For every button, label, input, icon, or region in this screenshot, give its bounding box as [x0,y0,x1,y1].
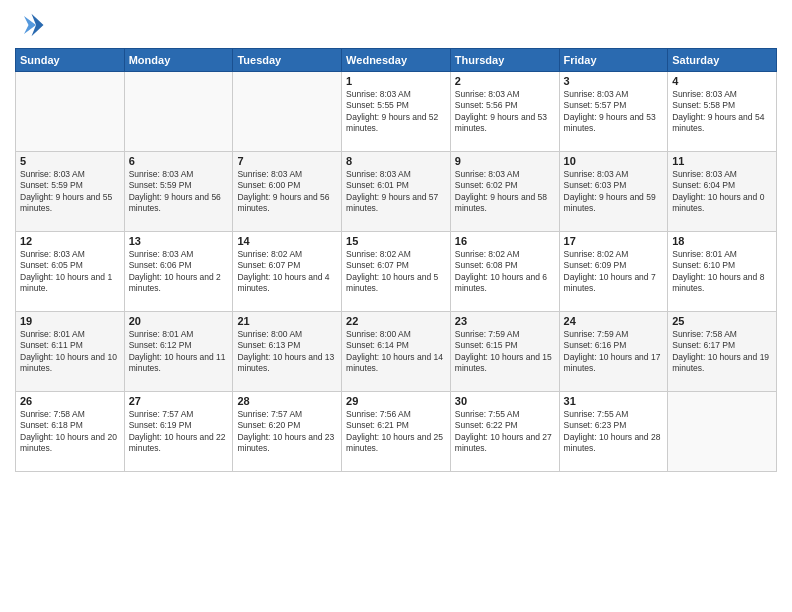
cell-info: Sunrise: 8:00 AM Sunset: 6:13 PM Dayligh… [237,329,337,375]
header [15,10,777,40]
day-number: 10 [564,155,664,167]
calendar-cell [233,72,342,152]
day-number: 12 [20,235,120,247]
cell-info: Sunrise: 8:03 AM Sunset: 6:00 PM Dayligh… [237,169,337,215]
cell-info: Sunrise: 8:03 AM Sunset: 5:56 PM Dayligh… [455,89,555,135]
calendar-cell: 24Sunrise: 7:59 AM Sunset: 6:16 PM Dayli… [559,312,668,392]
day-number: 21 [237,315,337,327]
day-number: 5 [20,155,120,167]
cell-info: Sunrise: 7:58 AM Sunset: 6:18 PM Dayligh… [20,409,120,455]
day-number: 17 [564,235,664,247]
cell-info: Sunrise: 8:03 AM Sunset: 5:59 PM Dayligh… [20,169,120,215]
day-number: 16 [455,235,555,247]
day-number: 29 [346,395,446,407]
day-number: 20 [129,315,229,327]
calendar-cell [16,72,125,152]
cell-info: Sunrise: 7:57 AM Sunset: 6:19 PM Dayligh… [129,409,229,455]
cell-info: Sunrise: 8:03 AM Sunset: 5:57 PM Dayligh… [564,89,664,135]
column-header-monday: Monday [124,49,233,72]
calendar-cell: 5Sunrise: 8:03 AM Sunset: 5:59 PM Daylig… [16,152,125,232]
week-row-2: 5Sunrise: 8:03 AM Sunset: 5:59 PM Daylig… [16,152,777,232]
calendar-table: SundayMondayTuesdayWednesdayThursdayFrid… [15,48,777,472]
day-number: 25 [672,315,772,327]
calendar-cell: 11Sunrise: 8:03 AM Sunset: 6:04 PM Dayli… [668,152,777,232]
logo [15,10,47,40]
calendar-cell: 13Sunrise: 8:03 AM Sunset: 6:06 PM Dayli… [124,232,233,312]
cell-info: Sunrise: 8:02 AM Sunset: 6:07 PM Dayligh… [346,249,446,295]
header-row: SundayMondayTuesdayWednesdayThursdayFrid… [16,49,777,72]
day-number: 19 [20,315,120,327]
calendar-cell: 26Sunrise: 7:58 AM Sunset: 6:18 PM Dayli… [16,392,125,472]
cell-info: Sunrise: 8:01 AM Sunset: 6:10 PM Dayligh… [672,249,772,295]
cell-info: Sunrise: 8:02 AM Sunset: 6:09 PM Dayligh… [564,249,664,295]
calendar-cell: 27Sunrise: 7:57 AM Sunset: 6:19 PM Dayli… [124,392,233,472]
calendar-cell: 25Sunrise: 7:58 AM Sunset: 6:17 PM Dayli… [668,312,777,392]
calendar-cell: 14Sunrise: 8:02 AM Sunset: 6:07 PM Dayli… [233,232,342,312]
cell-info: Sunrise: 8:03 AM Sunset: 5:59 PM Dayligh… [129,169,229,215]
cell-info: Sunrise: 8:03 AM Sunset: 6:02 PM Dayligh… [455,169,555,215]
column-header-wednesday: Wednesday [342,49,451,72]
calendar-cell: 3Sunrise: 8:03 AM Sunset: 5:57 PM Daylig… [559,72,668,152]
calendar-cell: 19Sunrise: 8:01 AM Sunset: 6:11 PM Dayli… [16,312,125,392]
day-number: 30 [455,395,555,407]
cell-info: Sunrise: 8:03 AM Sunset: 5:55 PM Dayligh… [346,89,446,135]
cell-info: Sunrise: 8:03 AM Sunset: 6:06 PM Dayligh… [129,249,229,295]
day-number: 9 [455,155,555,167]
page: SundayMondayTuesdayWednesdayThursdayFrid… [0,0,792,612]
cell-info: Sunrise: 8:00 AM Sunset: 6:14 PM Dayligh… [346,329,446,375]
calendar-cell: 28Sunrise: 7:57 AM Sunset: 6:20 PM Dayli… [233,392,342,472]
day-number: 18 [672,235,772,247]
column-header-friday: Friday [559,49,668,72]
column-header-sunday: Sunday [16,49,125,72]
calendar-cell: 15Sunrise: 8:02 AM Sunset: 6:07 PM Dayli… [342,232,451,312]
calendar-cell: 8Sunrise: 8:03 AM Sunset: 6:01 PM Daylig… [342,152,451,232]
day-number: 3 [564,75,664,87]
day-number: 15 [346,235,446,247]
day-number: 31 [564,395,664,407]
calendar-cell [668,392,777,472]
calendar-cell: 31Sunrise: 7:55 AM Sunset: 6:23 PM Dayli… [559,392,668,472]
logo-icon [15,10,45,40]
calendar-cell: 22Sunrise: 8:00 AM Sunset: 6:14 PM Dayli… [342,312,451,392]
cell-info: Sunrise: 7:56 AM Sunset: 6:21 PM Dayligh… [346,409,446,455]
week-row-3: 12Sunrise: 8:03 AM Sunset: 6:05 PM Dayli… [16,232,777,312]
day-number: 4 [672,75,772,87]
cell-info: Sunrise: 7:55 AM Sunset: 6:23 PM Dayligh… [564,409,664,455]
calendar-cell: 12Sunrise: 8:03 AM Sunset: 6:05 PM Dayli… [16,232,125,312]
day-number: 22 [346,315,446,327]
calendar-cell: 9Sunrise: 8:03 AM Sunset: 6:02 PM Daylig… [450,152,559,232]
day-number: 13 [129,235,229,247]
cell-info: Sunrise: 7:59 AM Sunset: 6:15 PM Dayligh… [455,329,555,375]
calendar-cell: 23Sunrise: 7:59 AM Sunset: 6:15 PM Dayli… [450,312,559,392]
calendar-cell: 7Sunrise: 8:03 AM Sunset: 6:00 PM Daylig… [233,152,342,232]
calendar-cell: 4Sunrise: 8:03 AM Sunset: 5:58 PM Daylig… [668,72,777,152]
calendar-cell: 2Sunrise: 8:03 AM Sunset: 5:56 PM Daylig… [450,72,559,152]
cell-info: Sunrise: 7:57 AM Sunset: 6:20 PM Dayligh… [237,409,337,455]
day-number: 27 [129,395,229,407]
cell-info: Sunrise: 7:58 AM Sunset: 6:17 PM Dayligh… [672,329,772,375]
day-number: 1 [346,75,446,87]
day-number: 6 [129,155,229,167]
calendar-cell: 30Sunrise: 7:55 AM Sunset: 6:22 PM Dayli… [450,392,559,472]
column-header-tuesday: Tuesday [233,49,342,72]
cell-info: Sunrise: 8:03 AM Sunset: 6:01 PM Dayligh… [346,169,446,215]
calendar-cell: 29Sunrise: 7:56 AM Sunset: 6:21 PM Dayli… [342,392,451,472]
calendar-cell: 1Sunrise: 8:03 AM Sunset: 5:55 PM Daylig… [342,72,451,152]
week-row-1: 1Sunrise: 8:03 AM Sunset: 5:55 PM Daylig… [16,72,777,152]
cell-info: Sunrise: 8:03 AM Sunset: 6:05 PM Dayligh… [20,249,120,295]
week-row-5: 26Sunrise: 7:58 AM Sunset: 6:18 PM Dayli… [16,392,777,472]
cell-info: Sunrise: 8:01 AM Sunset: 6:11 PM Dayligh… [20,329,120,375]
cell-info: Sunrise: 7:59 AM Sunset: 6:16 PM Dayligh… [564,329,664,375]
day-number: 14 [237,235,337,247]
week-row-4: 19Sunrise: 8:01 AM Sunset: 6:11 PM Dayli… [16,312,777,392]
day-number: 2 [455,75,555,87]
column-header-saturday: Saturday [668,49,777,72]
cell-info: Sunrise: 8:03 AM Sunset: 6:04 PM Dayligh… [672,169,772,215]
calendar-cell: 10Sunrise: 8:03 AM Sunset: 6:03 PM Dayli… [559,152,668,232]
cell-info: Sunrise: 8:03 AM Sunset: 5:58 PM Dayligh… [672,89,772,135]
column-header-thursday: Thursday [450,49,559,72]
cell-info: Sunrise: 8:01 AM Sunset: 6:12 PM Dayligh… [129,329,229,375]
day-number: 26 [20,395,120,407]
cell-info: Sunrise: 8:02 AM Sunset: 6:08 PM Dayligh… [455,249,555,295]
calendar-cell: 20Sunrise: 8:01 AM Sunset: 6:12 PM Dayli… [124,312,233,392]
